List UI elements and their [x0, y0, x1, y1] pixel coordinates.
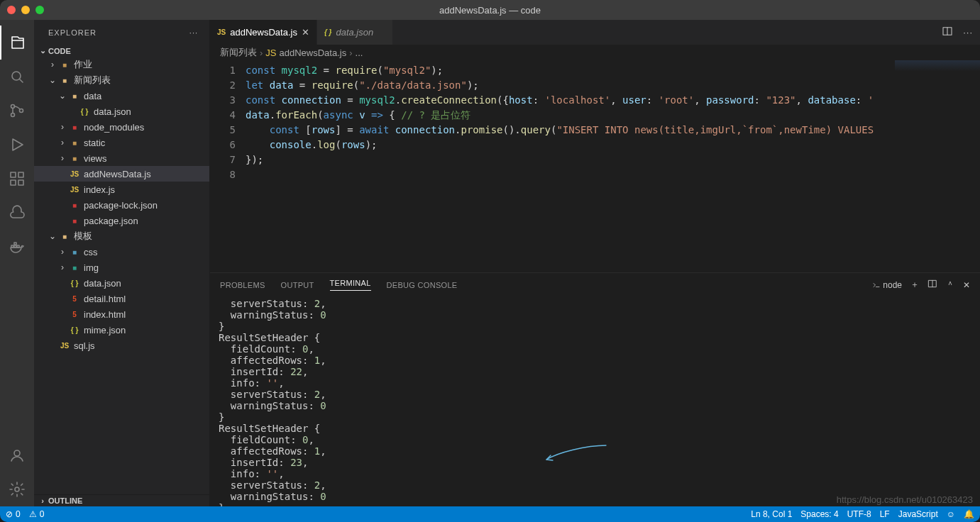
scm-view-icon[interactable] — [0, 94, 34, 128]
maximize-panel-icon[interactable]: ＾ — [946, 279, 954, 291]
svg-point-0 — [12, 72, 21, 80]
svg-point-12 — [14, 450, 20, 456]
status-bar: ⊘ 0 ⚠ 0 Ln 8, Col 1 Spaces: 4 UTF-8 LF J… — [0, 506, 980, 522]
svg-rect-7 — [18, 180, 23, 185]
settings-gear-icon[interactable] — [0, 472, 34, 506]
editor-more-icon[interactable]: ··· — [963, 27, 973, 38]
tree-item[interactable]: JSindex.js — [34, 182, 209, 197]
breadcrumb-file[interactable]: addNewsData.js — [280, 48, 347, 58]
panel-tab-output[interactable]: OUTPUT — [281, 281, 314, 289]
folder-icon: ■ — [58, 61, 71, 69]
status-indent[interactable]: Spaces: 4 — [800, 509, 838, 519]
panel-tab-debug-console[interactable]: DEBUG CONSOLE — [387, 281, 458, 289]
tree-item[interactable]: ›■作业 — [34, 57, 209, 72]
json-icon: { } — [78, 108, 91, 116]
js-icon: JS — [217, 28, 226, 36]
code-editor[interactable]: 12345678 const mysql2 = require("mysql2"… — [210, 60, 980, 272]
tree-item[interactable]: { }mime.json — [34, 322, 209, 338]
breadcrumb-folder[interactable]: 新闻列表 — [220, 46, 257, 59]
tree-item-label: 作业 — [74, 58, 92, 71]
editor-tab[interactable]: JSaddNewsData.js✕ — [210, 20, 317, 45]
tree-item-label: sql.js — [74, 340, 95, 351]
tree-item[interactable]: JSaddNewsData.js — [34, 166, 209, 182]
breadcrumb-more[interactable]: ... — [356, 48, 363, 58]
tree-item[interactable]: 5detail.html — [34, 291, 209, 306]
tree-item-label: views — [84, 153, 107, 164]
tree-item[interactable]: { }data.json — [34, 104, 209, 119]
docker-view-icon[interactable] — [0, 230, 34, 264]
tree-item-label: data.json — [84, 278, 121, 289]
tree-item[interactable]: ›■views — [34, 150, 209, 166]
accounts-icon[interactable] — [0, 438, 34, 472]
tree-item[interactable]: ›■css — [34, 244, 209, 260]
tree-item[interactable]: ⌄■新闻列表 — [34, 72, 209, 88]
search-view-icon[interactable] — [0, 60, 34, 94]
status-language[interactable]: JavaScript — [898, 509, 938, 519]
minimize-window-button[interactable] — [21, 6, 30, 14]
folder-icon: ■ — [68, 248, 81, 256]
folder-icon: ■ — [58, 77, 71, 84]
html-icon: 5 — [68, 311, 81, 318]
debug-view-icon[interactable] — [0, 128, 34, 162]
tree-item[interactable]: ■package.json — [34, 213, 209, 228]
tree-item[interactable]: ⌄■data — [34, 88, 209, 104]
tree-item[interactable]: 5index.html — [34, 306, 209, 322]
terminal-shell-select[interactable]: node — [872, 280, 902, 290]
minimap[interactable] — [895, 60, 980, 272]
json-icon: { } — [68, 326, 81, 334]
status-feedback-icon[interactable]: ☺ — [947, 509, 955, 519]
tree-item-label: 模板 — [74, 230, 92, 243]
tree-item[interactable]: JSsql.js — [34, 338, 209, 353]
tree-item[interactable]: { }data.json — [34, 275, 209, 291]
tree-item-label: addNewsData.js — [84, 169, 151, 179]
status-encoding[interactable]: UTF-8 — [847, 509, 871, 519]
json-icon: { } — [68, 279, 81, 287]
tree-item[interactable]: ⌄■模板 — [34, 228, 209, 244]
close-tab-icon[interactable]: ✕ — [302, 27, 309, 38]
tree-item-label: static — [84, 138, 105, 148]
tree-item-label: css — [84, 247, 98, 257]
close-panel-icon[interactable]: ✕ — [963, 280, 970, 290]
js-icon: JS — [265, 48, 276, 58]
explorer-more-icon[interactable]: ··· — [189, 28, 198, 37]
extensions-view-icon[interactable] — [0, 162, 34, 196]
activity-bar — [0, 20, 34, 506]
tree-item-label: mime.json — [84, 325, 126, 335]
status-bell-icon[interactable]: 🔔 — [964, 509, 974, 519]
terminal-output[interactable]: serverStatus: 2, warningStatus: 0 } Resu… — [210, 296, 980, 506]
js-icon: JS — [58, 342, 71, 350]
tree-item-label: package-lock.json — [84, 200, 158, 211]
tab-label: addNewsData.js — [230, 27, 297, 38]
tree-item-label: img — [84, 262, 99, 273]
editor-tab[interactable]: { }data.json✕ — [317, 20, 393, 45]
tree-item[interactable]: ›■static — [34, 135, 209, 150]
status-cursor-pos[interactable]: Ln 8, Col 1 — [751, 509, 792, 519]
explorer-sidebar: EXPLORER ··· ⌄CODE ›■作业⌄■新闻列表⌄■data{ }da… — [34, 20, 210, 506]
json-icon: { } — [324, 28, 332, 36]
status-warnings[interactable]: ⚠ 0 — [29, 509, 45, 519]
panel-tab-terminal[interactable]: TERMINAL — [330, 279, 371, 291]
close-window-button[interactable] — [7, 6, 16, 14]
breadcrumb[interactable]: 新闻列表 › JS addNewsData.js › ... — [210, 45, 980, 60]
tree-item-label: 新闻列表 — [74, 74, 111, 87]
folder-icon: ■ — [68, 92, 81, 100]
tree-item[interactable]: ■package-lock.json — [34, 197, 209, 213]
panel: PROBLEMSOUTPUTTERMINALDEBUG CONSOLE node… — [210, 272, 980, 506]
npm-icon: ■ — [68, 217, 81, 225]
status-errors[interactable]: ⊘ 0 — [6, 509, 21, 519]
remote-view-icon[interactable] — [0, 196, 34, 230]
line-gutter: 12345678 — [210, 60, 246, 272]
new-terminal-icon[interactable]: ＋ — [910, 279, 919, 291]
explorer-view-icon[interactable] — [0, 26, 34, 60]
tree-item-label: index.html — [84, 309, 126, 320]
outline-section[interactable]: ›OUTLINE — [34, 494, 209, 506]
split-terminal-icon[interactable] — [927, 279, 937, 291]
panel-tab-problems[interactable]: PROBLEMS — [220, 281, 265, 289]
zoom-window-button[interactable] — [35, 6, 44, 14]
split-editor-icon[interactable] — [942, 26, 953, 39]
status-eol[interactable]: LF — [880, 509, 890, 519]
tree-item[interactable]: ›■node_modules — [34, 119, 209, 135]
tree-item[interactable]: ›■img — [34, 260, 209, 275]
workspace-root[interactable]: ⌄CODE — [34, 45, 209, 57]
tree-item-label: data — [84, 91, 101, 101]
